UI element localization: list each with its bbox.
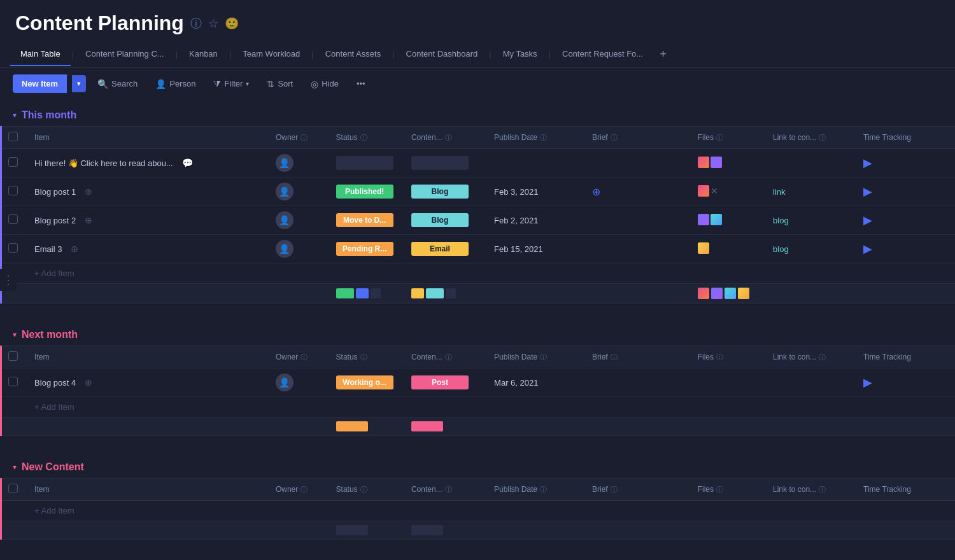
next-month-table-wrap: Item Owner ⓘ Status ⓘ Conten... ⓘ Publis… <box>0 346 955 436</box>
link-value[interactable]: blog <box>773 244 789 254</box>
row-add-icon[interactable]: ⊕ <box>71 244 78 254</box>
owner-info-icon: ⓘ <box>301 133 308 143</box>
tab-content-planning[interactable]: Content Planning C... <box>75 43 174 66</box>
this-month-table-wrap: Item Owner ⓘ Status ⓘ Conten... ⓘ Publis… <box>0 126 955 304</box>
play-button[interactable]: ▶ <box>863 376 872 389</box>
tab-content-dashboard[interactable]: Content Dashboard <box>396 43 488 66</box>
file-thumb-pink <box>698 157 709 168</box>
add-item-label[interactable]: + Add Item <box>28 501 955 521</box>
content-type-badge: Blog <box>411 185 469 199</box>
play-button[interactable]: ▶ <box>863 185 872 198</box>
brief-cell <box>586 235 691 263</box>
row-checkbox[interactable] <box>8 377 18 386</box>
row-checkbox[interactable] <box>8 186 18 195</box>
chip-email <box>411 288 424 298</box>
files-cell <box>698 214 722 225</box>
table-row: Email 3 ⊕ 👤 Pending R... Email Feb 15, 2… <box>1 235 956 263</box>
remove-file-icon[interactable]: ✕ <box>711 186 718 196</box>
row-add-icon[interactable]: ⊕ <box>85 215 92 225</box>
add-item-row[interactable]: + Add Item <box>1 397 956 417</box>
group-new-content-header[interactable]: ▾ New Content <box>0 451 955 478</box>
row-checkbox[interactable] <box>8 157 18 167</box>
content-info-icon: ⓘ <box>445 485 452 494</box>
file-thumb <box>698 214 709 225</box>
new-item-dropdown-button[interactable]: ▾ <box>72 75 86 92</box>
this-month-table: Item Owner ⓘ Status ⓘ Conten... ⓘ Publis… <box>0 126 955 304</box>
tab-main-table[interactable]: Main Table <box>10 43 71 66</box>
filter-button[interactable]: ⧩ Filter ▾ <box>207 74 255 93</box>
group-title: Next month <box>22 329 78 340</box>
tab-team-workload[interactable]: Team Workload <box>232 43 310 66</box>
emoji-icon[interactable]: 🙂 <box>225 17 239 31</box>
page-header: Content Planning ⓘ ☆ 🙂 <box>0 0 955 41</box>
group-next-month-header[interactable]: ▾ Next month <box>0 319 955 346</box>
row-checkbox[interactable] <box>8 243 18 253</box>
row-comment-icon[interactable]: 💬 <box>182 158 193 168</box>
date-cell: Feb 15, 2021 <box>488 235 586 263</box>
files-cell <box>691 368 767 397</box>
row-checkbox[interactable] <box>8 214 18 224</box>
file-thumb-sum <box>738 288 749 299</box>
row-add-icon[interactable]: ⊕ <box>85 377 92 388</box>
group-this-month-header[interactable]: ▾ This month <box>0 99 955 126</box>
group-title: New Content <box>22 461 84 473</box>
play-button[interactable]: ▶ <box>863 242 872 255</box>
new-content-table-wrap: Item Owner ⓘ Status ⓘ Conten... ⓘ Publis… <box>0 478 955 540</box>
select-all-checkbox[interactable] <box>8 484 18 493</box>
select-all-checkbox[interactable] <box>8 132 18 141</box>
status-badge <box>336 156 393 170</box>
link-value[interactable]: link <box>773 187 786 197</box>
tab-kanban[interactable]: Kanban <box>179 43 228 66</box>
file-thumb-sum <box>725 288 736 299</box>
files-info-icon: ⓘ <box>716 353 723 362</box>
sort-button[interactable]: ⇅ Sort <box>260 75 299 93</box>
row-add-icon[interactable]: ⊕ <box>85 186 92 197</box>
tab-content-assets[interactable]: Content Assets <box>315 43 391 66</box>
content-type-badge: Email <box>411 242 469 256</box>
select-all-checkbox[interactable] <box>8 351 18 361</box>
date-info-icon: ⓘ <box>540 353 547 362</box>
left-gutter-menu[interactable]: ⋮ <box>0 269 17 291</box>
sort-icon: ⇅ <box>267 79 274 89</box>
status-summary <box>336 288 399 298</box>
add-tab-button[interactable]: + <box>653 41 673 67</box>
add-brief-icon[interactable]: ⊕ <box>592 186 600 197</box>
add-item-row[interactable]: + Add Item <box>1 501 956 521</box>
new-item-button[interactable]: New Item <box>13 74 67 93</box>
hide-button[interactable]: ◎ Hide <box>304 75 345 93</box>
brief-info-icon: ⓘ <box>611 485 618 494</box>
add-item-row[interactable]: + Add Item <box>1 263 956 284</box>
star-icon[interactable]: ☆ <box>208 17 218 31</box>
play-button[interactable]: ▶ <box>863 157 872 169</box>
link-info-icon: ⓘ <box>819 133 826 143</box>
files-info-icon: ⓘ <box>716 485 723 494</box>
group-this-month: ▾ This month Item Owner ⓘ Status ⓘ Conte… <box>0 99 955 304</box>
link-value[interactable]: blog <box>773 216 789 225</box>
link-cell <box>767 149 857 178</box>
play-button[interactable]: ▶ <box>863 214 872 227</box>
avatar: 👤 <box>276 154 294 172</box>
date-cell <box>488 149 586 178</box>
tab-my-tasks[interactable]: My Tasks <box>493 43 548 66</box>
chip-post <box>411 421 443 431</box>
table-row: Blog post 2 ⊕ 👤 Move to D... Blog Feb 2,… <box>1 206 956 235</box>
add-item-label[interactable]: + Add Item <box>28 263 955 284</box>
person-button[interactable]: 👤 Person <box>149 75 202 93</box>
chip-empty <box>446 288 456 298</box>
link-info-icon: ⓘ <box>819 485 826 494</box>
status-badge: Move to D... <box>336 213 393 227</box>
filter-chevron-icon: ▾ <box>246 80 249 87</box>
add-item-label[interactable]: + Add Item <box>28 397 955 417</box>
date-info-icon: ⓘ <box>540 485 547 494</box>
group-next-month: ▾ Next month Item Owner ⓘ Status ⓘ Conte… <box>0 319 955 436</box>
status-summary <box>336 421 399 431</box>
chip-empty <box>371 288 381 298</box>
more-button[interactable]: ••• <box>350 75 372 92</box>
files-cell: ✕ <box>698 185 718 197</box>
info-icon[interactable]: ⓘ <box>190 16 202 31</box>
status-summary <box>336 525 399 535</box>
tab-content-request[interactable]: Content Request Fo... <box>552 43 653 66</box>
search-button[interactable]: 🔍 Search <box>91 75 144 93</box>
link-info-icon: ⓘ <box>819 353 826 362</box>
date-info-icon: ⓘ <box>540 133 547 143</box>
